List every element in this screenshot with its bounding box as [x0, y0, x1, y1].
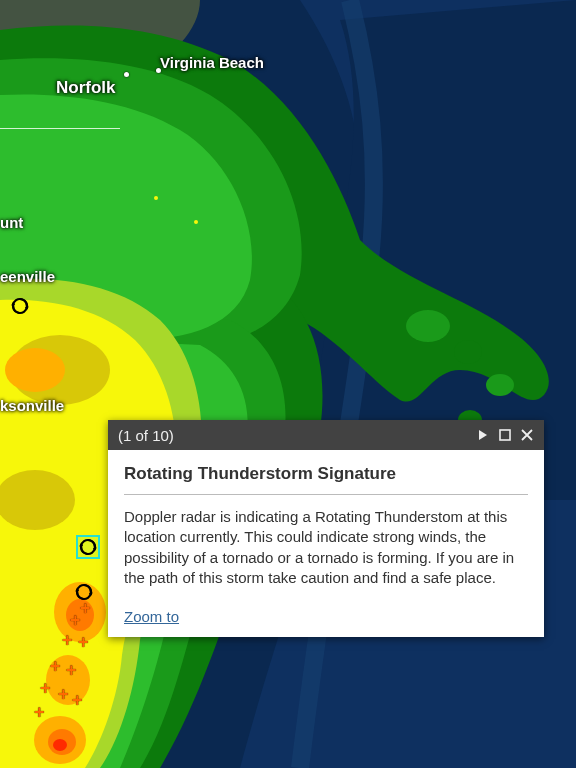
city-label-mount: unt: [0, 214, 23, 231]
city-label-norfolk: Norfolk: [56, 78, 116, 98]
popup-zoom-link[interactable]: Zoom to: [124, 608, 179, 625]
svg-point-15: [194, 220, 198, 224]
storm-report-marker[interactable]: +: [66, 660, 77, 681]
svg-point-1: [406, 310, 450, 342]
play-icon: [478, 429, 488, 441]
storm-report-marker[interactable]: +: [58, 684, 69, 705]
rotation-icon: [78, 537, 98, 557]
svg-point-14: [154, 196, 158, 200]
radar-map[interactable]: Norfolk Virginia Beach unt eenville kson…: [0, 0, 576, 768]
storm-report-marker[interactable]: +: [80, 598, 91, 619]
road-line: [0, 128, 120, 129]
info-popup: (1 of 10) Rotating Thunderstorm Signatur…: [108, 420, 544, 637]
storm-report-marker[interactable]: +: [78, 632, 89, 653]
popup-maximize-button[interactable]: [494, 424, 516, 446]
svg-point-13: [53, 739, 67, 751]
storm-report-marker[interactable]: +: [62, 630, 73, 651]
popup-header: (1 of 10): [108, 420, 544, 450]
storm-report-marker[interactable]: +: [50, 656, 61, 677]
svg-point-3: [486, 374, 514, 396]
rotation-marker[interactable]: [8, 294, 32, 318]
rotation-icon: [10, 296, 30, 316]
storm-report-marker[interactable]: +: [40, 678, 51, 699]
svg-point-2: [454, 340, 482, 364]
city-dot-norfolk: [124, 72, 129, 77]
city-label-greenville: eenville: [0, 268, 55, 285]
city-label-virginia-beach: Virginia Beach: [160, 54, 264, 71]
popup-next-button[interactable]: [472, 424, 494, 446]
popup-body: Rotating Thunderstorm Signature Doppler …: [108, 450, 544, 637]
rotation-marker-selected[interactable]: [76, 535, 100, 559]
city-label-jacksonville: ksonville: [0, 397, 64, 414]
storm-report-marker[interactable]: +: [72, 690, 83, 711]
storm-report-marker[interactable]: +: [34, 702, 45, 723]
popup-close-button[interactable]: [516, 424, 538, 446]
svg-rect-16: [500, 430, 510, 440]
popup-description: Doppler radar is indicating a Rotating T…: [124, 507, 528, 588]
close-icon: [521, 429, 533, 441]
svg-point-7: [5, 348, 65, 392]
storm-report-marker[interactable]: +: [70, 610, 81, 631]
popup-pager-label: (1 of 10): [118, 427, 472, 444]
popup-title: Rotating Thunderstorm Signature: [124, 464, 528, 495]
maximize-icon: [499, 429, 511, 441]
